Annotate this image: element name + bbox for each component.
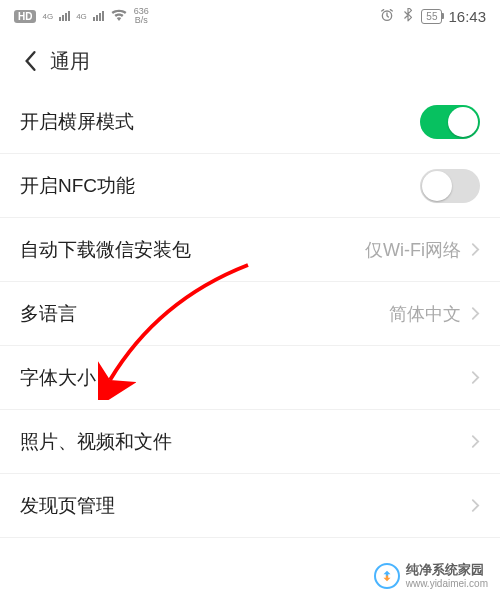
signal-icon-1 [59,11,70,21]
watermark-name: 纯净系统家园 [406,563,488,577]
bluetooth-icon [401,8,415,25]
watermark-logo-icon [374,563,400,589]
wifi-icon [110,8,128,24]
row-font-size[interactable]: 字体大小 [0,346,500,410]
status-right: 55 16:43 [379,7,486,26]
row-nfc[interactable]: 开启NFC功能 [0,154,500,218]
net-type-label-1: 4G [42,12,53,21]
page-title: 通用 [50,48,90,75]
page-header: 通用 [0,32,500,90]
status-left: HD 4G 4G 636 B/s [14,7,149,25]
chevron-right-icon [471,498,480,513]
chevron-right-icon [471,242,480,257]
row-label: 发现页管理 [20,493,115,519]
status-bar: HD 4G 4G 636 B/s 55 16:43 [0,0,500,32]
row-landscape-mode[interactable]: 开启横屏模式 [0,90,500,154]
row-label: 开启NFC功能 [20,173,135,199]
row-discover-page[interactable]: 发现页管理 [0,474,500,538]
row-label: 自动下载微信安装包 [20,237,191,263]
row-media-files[interactable]: 照片、视频和文件 [0,410,500,474]
watermark: 纯净系统家园 www.yidaimei.com [374,563,488,589]
battery-icon: 55 [421,9,442,24]
chevron-right-icon [471,434,480,449]
row-label: 多语言 [20,301,77,327]
row-label: 开启横屏模式 [20,109,134,135]
row-auto-download[interactable]: 自动下载微信安装包 仅Wi-Fi网络 [0,218,500,282]
back-button[interactable] [10,41,50,81]
hd-icon: HD [14,10,36,23]
chevron-right-icon [471,370,480,385]
chevron-right-icon [471,306,480,321]
toggle-landscape[interactable] [420,105,480,139]
watermark-url: www.yidaimei.com [406,578,488,589]
chevron-left-icon [23,50,37,72]
row-label: 字体大小 [20,365,96,391]
row-label: 照片、视频和文件 [20,429,172,455]
net-speed: 636 B/s [134,7,149,25]
clock-time: 16:43 [448,8,486,25]
row-language[interactable]: 多语言 简体中文 [0,282,500,346]
signal-icon-2 [93,11,104,21]
row-value: 仅Wi-Fi网络 [365,238,461,262]
toggle-nfc[interactable] [420,169,480,203]
row-value: 简体中文 [389,302,461,326]
net-type-label-2: 4G [76,12,87,21]
alarm-icon [379,7,395,26]
